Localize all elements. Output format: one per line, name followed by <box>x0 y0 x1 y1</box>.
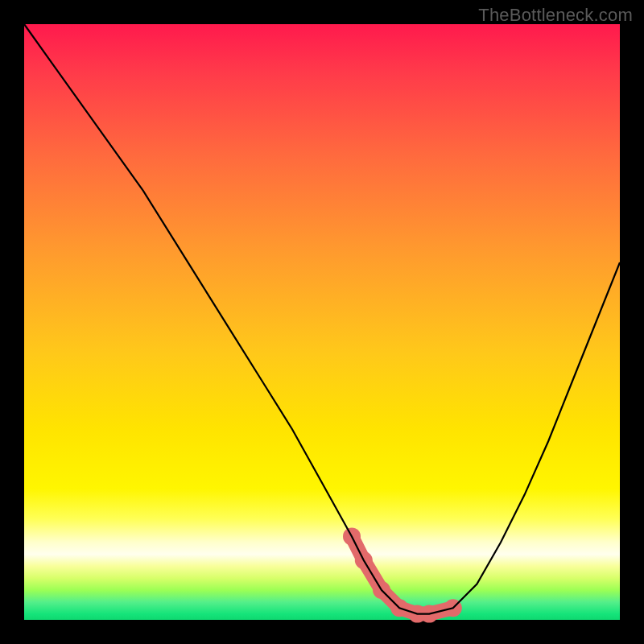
watermark-text: TheBottleneck.com <box>478 5 633 26</box>
chart-frame: TheBottleneck.com <box>0 0 644 644</box>
plot-area <box>24 24 620 620</box>
bottleneck-curve <box>24 24 620 614</box>
curve-svg <box>24 24 620 620</box>
